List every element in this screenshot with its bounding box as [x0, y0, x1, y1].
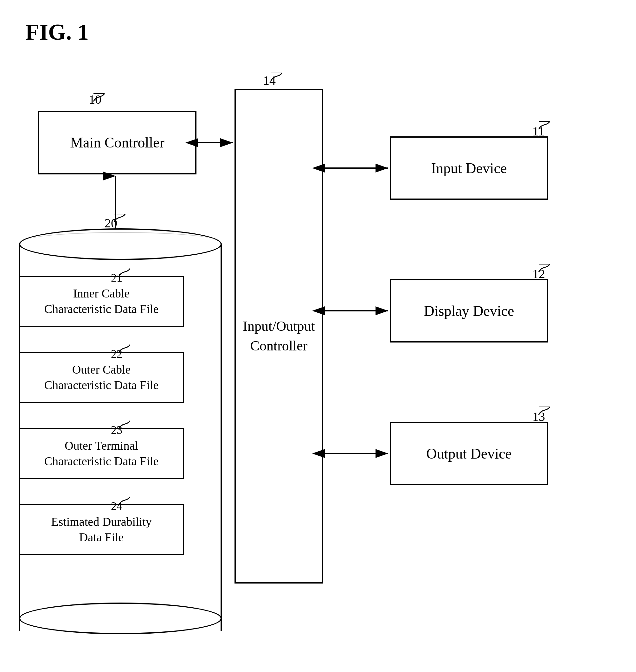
ref-label-24: 24: [111, 499, 122, 513]
db-top-inner: [23, 232, 219, 251]
display-device-box: Display Device: [390, 279, 548, 343]
estimated-durability-file-label: Estimated DurabilityData File: [51, 514, 152, 545]
output-device-box: Output Device: [390, 422, 548, 485]
estimated-durability-file-box: Estimated DurabilityData File: [19, 504, 184, 555]
ref-label-10: 10: [89, 92, 101, 107]
display-device-label: Display Device: [424, 303, 514, 319]
inner-cable-file-box: Inner CableCharacteristic Data File: [19, 276, 184, 327]
io-controller-box: Input/OutputController: [235, 89, 323, 583]
inner-cable-file-label: Inner CableCharacteristic Data File: [44, 286, 159, 317]
outer-terminal-file-label: Outer TerminalCharacteristic Data File: [44, 438, 159, 469]
figure-title: FIG. 1: [25, 19, 89, 45]
ref-label-22: 22: [111, 347, 122, 361]
outer-cable-file-box: Outer CableCharacteristic Data File: [19, 352, 184, 403]
ref-label-14: 14: [263, 73, 276, 88]
output-device-label: Output Device: [426, 445, 512, 462]
ref-label-21: 21: [111, 271, 122, 285]
input-device-box: Input Device: [390, 136, 548, 200]
io-controller-label: Input/OutputController: [243, 316, 315, 356]
main-controller-box: Main Controller: [38, 111, 197, 174]
db-bottom-ellipse: [19, 602, 222, 634]
db-top-ellipse: [19, 228, 222, 260]
outer-cable-file-label: Outer CableCharacteristic Data File: [44, 362, 159, 393]
input-device-label: Input Device: [431, 160, 507, 177]
ref-label-23: 23: [111, 423, 122, 437]
outer-terminal-file-box: Outer TerminalCharacteristic Data File: [19, 428, 184, 479]
main-controller-label: Main Controller: [70, 133, 164, 152]
